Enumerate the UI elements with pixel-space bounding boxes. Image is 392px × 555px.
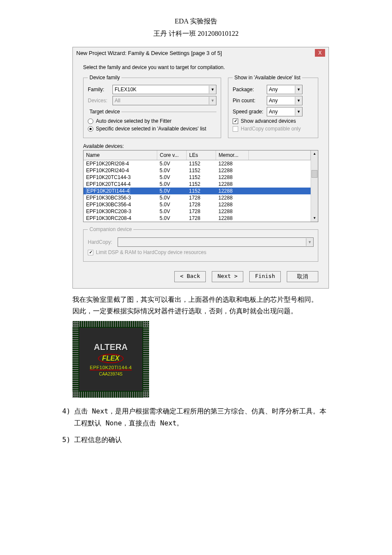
titlebar: New Project Wizard: Family & Device Sett… [73, 47, 329, 58]
limit-dsp-label: Limit DSP & RAM to HardCopy device resou… [96, 249, 206, 255]
devices-combo: All ▼ [112, 96, 216, 105]
chip-code: CAA23974S [99, 372, 122, 376]
page-subheader: 王丹 计科一班 201208010122 [60, 29, 332, 38]
hardcopy-only-checkbox [233, 126, 238, 132]
cancel-button[interactable]: 取消 [287, 271, 318, 282]
chevron-down-icon[interactable]: ▼ [295, 86, 302, 93]
paragraph-1: 我在实验室里截了图，其实可以看出，上面器件的选取和电板上的芯片型号相同。因此，一… [72, 294, 320, 317]
finish-button[interactable]: Finish [249, 271, 281, 282]
col-blank [249, 150, 311, 160]
devices-value: All [113, 98, 209, 104]
devices-table[interactable]: Name Core v... LEs Memor... EPF10K20RI20… [84, 150, 311, 222]
hardcopy-only-label: HardCopy compatible only [241, 126, 301, 132]
step-4-num: 4) [62, 405, 74, 428]
wizard-dialog: New Project Wizard: Family & Device Sett… [72, 47, 329, 289]
scroll-track[interactable] [311, 157, 318, 215]
table-row[interactable]: EPF10K30RC208-35.0V172812288 [84, 208, 311, 215]
companion-legend: Companion device [88, 226, 133, 232]
devices-label: Devices: [88, 98, 112, 104]
companion-group: Companion device HardCopy: ▼ Limit DSP &… [83, 226, 318, 262]
chevron-down-icon[interactable]: ▼ [295, 108, 302, 116]
chip-flex-logo: FLEX [98, 354, 124, 363]
limit-dsp-checkbox [88, 250, 93, 255]
chevron-down-icon[interactable]: ▼ [295, 97, 302, 104]
pincount-combo[interactable]: Any ▼ [267, 96, 303, 105]
back-button[interactable]: < Back [174, 271, 206, 282]
device-family-group: Device family Family: FLEX10K ▼ Devices:… [83, 75, 221, 138]
target-device-group: Target device Auto device selected by th… [88, 109, 216, 133]
devices-table-wrap: Name Core v... LEs Memor... EPF10K20RI20… [83, 150, 318, 222]
step-4-text: 点击 Next，是用户根据需求确定工程所用的第三方综合、仿真、时序分析工具。本工… [74, 405, 332, 428]
speed-combo[interactable]: Any ▼ [267, 107, 303, 116]
scroll-down-icon[interactable]: ▼ [311, 215, 318, 222]
col-name[interactable]: Name [84, 150, 157, 160]
hardcopy-combo: ▼ [118, 237, 314, 247]
table-row[interactable]: EPF10K30BC356-35.0V172812288 [84, 194, 311, 201]
scroll-thumb[interactable] [311, 170, 317, 178]
col-les[interactable]: LEs [187, 150, 216, 160]
show-advanced-label: Show advanced devices [241, 118, 296, 124]
col-memory[interactable]: Memor... [216, 150, 249, 160]
pincount-label: Pin count: [233, 98, 267, 104]
radio-auto[interactable] [88, 119, 93, 124]
chevron-down-icon[interactable]: ▼ [209, 86, 216, 93]
instruction-text: Select the family and device you want to… [83, 64, 318, 70]
scrollbar[interactable]: ▲ ▼ [311, 150, 318, 222]
hardcopy-label: HardCopy: [88, 239, 118, 245]
show-advanced-checkbox[interactable] [233, 119, 238, 124]
family-combo[interactable]: FLEX10K ▼ [112, 85, 216, 94]
table-row[interactable]: EPF10K20RI208-45.0V115212288 [84, 160, 311, 168]
chip-brand: ALTERA [94, 342, 128, 352]
family-value: FLEX10K [113, 87, 209, 92]
available-devices-label: Available devices: [83, 143, 318, 149]
package-value: Any [267, 87, 295, 92]
table-row[interactable]: EPF10K30BC356-45.0V172812288 [84, 201, 311, 208]
radio-specific-label: Specific device selected in 'Available d… [96, 126, 206, 132]
family-label: Family: [88, 87, 112, 92]
page-header: EDA 实验报告 [60, 17, 332, 26]
pincount-value: Any [267, 98, 295, 104]
table-row[interactable]: EPF10K30RC208-45.0V172812288 [84, 215, 311, 222]
radio-specific[interactable] [88, 126, 93, 132]
package-combo[interactable]: Any ▼ [267, 85, 303, 94]
chip-part-number: EPF10K20TI144-4 [90, 365, 132, 370]
speed-label: Speed grade: [233, 109, 267, 115]
close-icon[interactable]: X [315, 49, 325, 57]
step-5-text: 工程信息的确认 [74, 434, 332, 445]
scroll-up-icon[interactable]: ▲ [311, 150, 318, 157]
table-row[interactable]: EPF10K20TC144-35.0V115212288 [84, 174, 311, 181]
chevron-down-icon: ▼ [209, 97, 216, 104]
show-in-legend: Show in 'Available device' list [233, 75, 302, 81]
device-family-legend: Device family [88, 75, 121, 81]
col-core[interactable]: Core v... [157, 150, 187, 160]
chip-photo: ALTERA FLEX EPF10K20TI144-4 CAA23974S [72, 321, 149, 398]
package-label: Package: [233, 87, 267, 92]
speed-value: Any [267, 109, 295, 115]
step-4: 4) 点击 Next，是用户根据需求确定工程所用的第三方综合、仿真、时序分析工具… [62, 405, 332, 428]
next-button[interactable]: Next > [212, 271, 243, 282]
table-row[interactable]: EPF10K20RI240-45.0V115212288 [84, 167, 311, 174]
chevron-down-icon: ▼ [306, 238, 313, 246]
table-row[interactable]: EPF10K20TI144-45.0V115212288 [84, 188, 311, 194]
table-row[interactable]: EPF10K20TC144-45.0V115212288 [84, 181, 311, 188]
step-5-num: 5) [62, 434, 74, 445]
radio-auto-label: Auto device selected by the Fitter [96, 118, 171, 124]
target-device-legend: Target device [88, 109, 121, 115]
show-in-group: Show in 'Available device' list Package:… [228, 75, 318, 138]
button-row: < Back Next > Finish 取消 [73, 267, 329, 288]
step-5: 5) 工程信息的确认 [62, 434, 332, 445]
titlebar-text: New Project Wizard: Family & Device Sett… [76, 50, 315, 56]
